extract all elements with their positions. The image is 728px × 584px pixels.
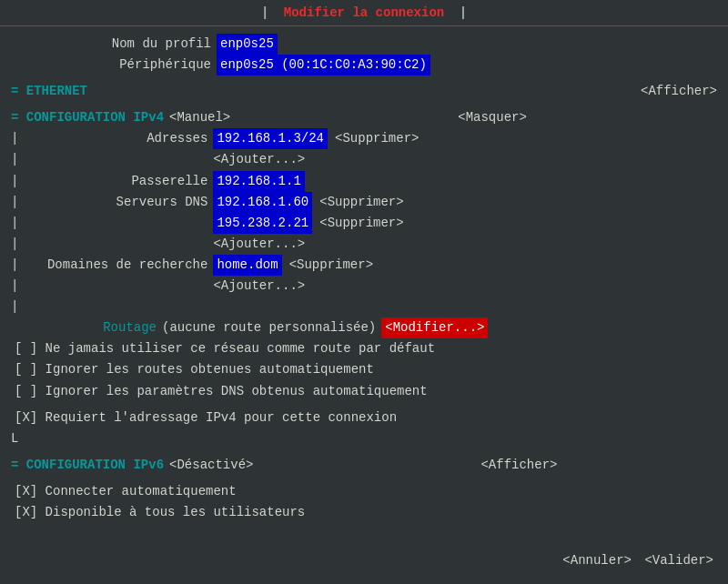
routage-text: (aucune route personnalisée) — [162, 317, 376, 338]
cancel-button[interactable]: <Annuler> — [562, 553, 632, 568]
add2-row: | <Ajouter...> — [11, 234, 717, 255]
ipv4-mode[interactable]: <Manuel> — [169, 107, 230, 128]
ipv6-action[interactable]: <Afficher> — [480, 455, 557, 476]
ethernet-action[interactable]: <Afficher> — [641, 81, 717, 102]
add3-button[interactable]: <Ajouter...> — [213, 276, 305, 297]
dns2-row: | 195.238.2.21 <Supprimer> — [11, 213, 717, 234]
check1-text[interactable]: [ ] Ne jamais utiliser ce réseau comme r… — [15, 338, 435, 359]
domains-action[interactable]: <Supprimer> — [289, 255, 373, 276]
validate-button[interactable]: <Valider> — [644, 553, 713, 568]
ethernet-row: = ETHERNET <Afficher> — [11, 81, 717, 102]
auto-connect-text[interactable]: [X] Connecter automatiquement — [15, 481, 237, 502]
adresses-action[interactable]: <Supprimer> — [335, 128, 419, 149]
ipv4-action[interactable]: <Masquer> — [458, 107, 527, 128]
check3-text[interactable]: [ ] Ignorer les paramètres DNS obtenus a… — [15, 381, 428, 402]
closing-bracket-row: L — [11, 428, 717, 449]
routage-row: Routage (aucune route personnalisée) <Mo… — [11, 317, 717, 338]
adresses-label: Adresses — [18, 128, 207, 149]
passerelle-value[interactable]: 192.168.1.1 — [213, 171, 304, 192]
auto-connect-row: [X] Connecter automatiquement — [11, 481, 717, 502]
dns-action1[interactable]: <Supprimer> — [319, 192, 403, 213]
adresses-row: | Adresses 192.168.1.3/24 <Supprimer> — [11, 128, 717, 149]
ipv4-row: = CONFIGURATION IPv4 <Manuel> <Masquer> — [11, 107, 717, 128]
title-text: Modifier la connexion — [284, 5, 444, 20]
peripherique-label: Périphérique — [11, 55, 211, 76]
add1-row: | <Ajouter...> — [11, 149, 717, 170]
dns1-row: | Serveurs DNS 192.168.1.60 <Supprimer> — [11, 192, 717, 213]
peripherique-row: Périphérique enp0s25 (00:1C:C0:A3:90:C2) — [11, 55, 717, 76]
routage-action[interactable]: <Modifier...> — [381, 317, 488, 338]
domains-label: Domaines de recherche — [18, 255, 207, 276]
available-text[interactable]: [X] Disponible à tous les utilisateurs — [15, 502, 305, 523]
ipv6-label: = CONFIGURATION IPv6 — [11, 455, 164, 476]
dns-value2[interactable]: 195.238.2.21 — [213, 213, 312, 234]
add1-button[interactable]: <Ajouter...> — [213, 149, 305, 170]
ipv6-row: = CONFIGURATION IPv6 <Désactivé> <Affich… — [11, 455, 717, 476]
domains-row: | Domaines de recherche home.dom <Suppri… — [11, 255, 717, 276]
check2-text[interactable]: [ ] Ignorer les routes obtenues automati… — [15, 359, 374, 380]
passerelle-label: Passerelle — [18, 171, 207, 192]
ethernet-label: = ETHERNET — [11, 81, 87, 102]
ipv6-mode[interactable]: <Désactivé> — [169, 455, 253, 476]
ipv4-label: = CONFIGURATION IPv4 — [11, 107, 164, 128]
dns-value1[interactable]: 192.168.1.60 — [213, 192, 312, 213]
profil-value[interactable]: enp0s25 — [217, 34, 278, 55]
adresses-value[interactable]: 192.168.1.3/24 — [213, 128, 328, 149]
check4-text[interactable]: [X] Requiert l'adressage IPv4 pour cette… — [15, 408, 397, 428]
main-content: Nom du profil enp0s25 Périphérique enp0s… — [0, 26, 728, 530]
check4-row: [X] Requiert l'adressage IPv4 pour cette… — [11, 408, 717, 428]
peripherique-value[interactable]: enp0s25 (00:1C:C0:A3:90:C2) — [217, 55, 430, 76]
empty-pipe-row: | — [11, 297, 717, 317]
add3-row: | <Ajouter...> — [11, 276, 717, 297]
terminal-window: Modifier la connexion Nom du profil enp0… — [0, 0, 728, 584]
available-row: [X] Disponible à tous les utilisateurs — [11, 502, 717, 523]
dns-action2[interactable]: <Supprimer> — [319, 213, 403, 234]
title-bar: Modifier la connexion — [0, 0, 728, 26]
add2-button[interactable]: <Ajouter...> — [213, 234, 305, 255]
profil-row: Nom du profil enp0s25 — [11, 34, 717, 55]
bottom-actions: <Annuler> <Valider> — [562, 553, 713, 568]
passerelle-row: | Passerelle 192.168.1.1 — [11, 171, 717, 192]
check3-row: [ ] Ignorer les paramètres DNS obtenus a… — [11, 381, 717, 402]
routage-label: Routage — [11, 317, 157, 338]
check2-row: [ ] Ignorer les routes obtenues automati… — [11, 359, 717, 380]
profil-label: Nom du profil — [11, 34, 211, 55]
check1-row: [ ] Ne jamais utiliser ce réseau comme r… — [11, 338, 717, 359]
domains-value[interactable]: home.dom — [213, 255, 281, 276]
dns-label: Serveurs DNS — [18, 192, 207, 213]
